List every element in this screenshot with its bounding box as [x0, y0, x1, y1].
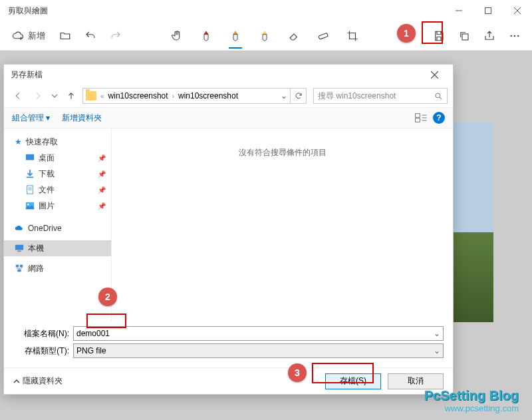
app-title: 剪取與繪圖: [8, 5, 444, 17]
ruler-button[interactable]: [311, 24, 335, 48]
svg-rect-7: [462, 34, 468, 40]
save-button[interactable]: [427, 24, 451, 48]
undo-icon: [84, 30, 96, 42]
undo-button[interactable]: [78, 24, 102, 48]
more-icon: [509, 30, 521, 42]
svg-rect-17: [26, 154, 34, 160]
crop-button[interactable]: [340, 24, 364, 48]
annotation-badge: 2: [98, 288, 117, 306]
save-confirm-button[interactable]: 存檔(S): [325, 373, 381, 389]
refresh-button[interactable]: [291, 88, 307, 104]
network-icon: [15, 264, 24, 273]
copy-button[interactable]: [452, 24, 476, 48]
file-list-area[interactable]: 沒有符合搜尋條件的項目: [112, 128, 453, 322]
svg-line-14: [440, 97, 442, 99]
dialog-title: 另存新檔: [11, 69, 422, 81]
sidebar-item-desktop[interactable]: 桌面📌: [4, 150, 111, 166]
sidebar-item-downloads[interactable]: 下載📌: [4, 166, 111, 182]
svg-point-9: [514, 35, 515, 36]
download-icon: [25, 169, 35, 178]
pin-icon: 📌: [98, 170, 106, 178]
minimize-button[interactable]: [444, 0, 473, 21]
pen-red-icon: [200, 30, 212, 42]
pin-icon: 📌: [98, 186, 106, 194]
nav-back-button[interactable]: [9, 87, 27, 105]
filetype-label: 存檔類型(T):: [13, 345, 69, 357]
sidebar-item-documents[interactable]: 文件📌: [4, 182, 111, 198]
annotation-badge: 3: [288, 363, 307, 382]
chevron-down-icon[interactable]: ⌄: [434, 329, 440, 338]
ballpoint-pen-button[interactable]: [194, 24, 218, 48]
path-segment[interactable]: win10screenshot: [178, 91, 238, 101]
sidebar-item-quick-access[interactable]: ★快速存取: [4, 134, 111, 150]
search-icon: [434, 92, 443, 101]
sidebar-item-onedrive[interactable]: OneDrive: [4, 220, 111, 236]
redo-icon: [110, 30, 122, 42]
svg-rect-27: [17, 270, 21, 272]
nav-up-button[interactable]: [63, 87, 80, 105]
nav-recent-button[interactable]: [49, 87, 60, 105]
redo-button[interactable]: [104, 24, 128, 48]
svg-rect-16: [415, 118, 420, 122]
svg-point-22: [27, 204, 29, 206]
sidebar-item-pictures[interactable]: 圖片📌: [4, 198, 111, 214]
new-folder-button[interactable]: 新增資料夾: [62, 112, 102, 124]
filename-input[interactable]: demo001⌄: [73, 326, 444, 341]
chevron-down-icon[interactable]: ⌄: [434, 346, 440, 355]
empty-message: 沒有符合搜尋條件的項目: [239, 147, 327, 158]
close-button[interactable]: [503, 0, 532, 21]
nav-sidebar: ★快速存取 桌面📌 下載📌 文件📌 圖片📌 OneDrive 本機 網路: [4, 128, 112, 322]
highlighter-icon: [259, 30, 271, 42]
sidebar-item-thispc[interactable]: 本機: [4, 240, 111, 256]
pen-orange-icon: [229, 30, 241, 42]
pencil-button[interactable]: [223, 24, 247, 48]
address-bar[interactable]: « win10screenshot › win10screenshot ⌄: [82, 88, 291, 104]
svg-rect-24: [17, 251, 21, 252]
svg-rect-26: [20, 265, 23, 268]
close-icon: [431, 71, 438, 79]
chevron-down-icon[interactable]: ⌄: [281, 91, 287, 101]
save-dialog: 另存新檔 « win10screenshot › win10screenshot…: [3, 64, 454, 395]
svg-point-10: [517, 35, 519, 36]
picture-icon: [25, 201, 35, 210]
folder-icon: [86, 91, 96, 101]
filename-label: 檔案名稱(N):: [13, 328, 69, 339]
svg-point-13: [436, 93, 440, 98]
dialog-close-button[interactable]: [422, 65, 446, 85]
cloud-plus-icon: [12, 30, 24, 42]
watermark: PcSetting Blog www.pcsetting.com: [424, 388, 519, 413]
path-segment[interactable]: win10screenshot: [108, 91, 168, 101]
pin-icon: 📌: [98, 154, 106, 162]
hide-folders-toggle[interactable]: 隱藏資料夾: [13, 375, 63, 387]
eraser-button[interactable]: [282, 24, 306, 48]
folder-icon: [59, 30, 71, 42]
new-button[interactable]: 新增: [5, 24, 52, 48]
desktop-icon: [25, 153, 35, 162]
computer-icon: [15, 244, 24, 253]
more-button[interactable]: [503, 24, 527, 48]
filetype-select[interactable]: PNG file⌄: [73, 343, 444, 358]
svg-rect-25: [16, 265, 19, 268]
nav-forward-button[interactable]: [29, 87, 47, 105]
cancel-button[interactable]: 取消: [388, 373, 444, 389]
cloud-icon: [15, 224, 24, 233]
save-icon: [433, 30, 445, 42]
highlighter-button[interactable]: [253, 24, 277, 48]
touch-writing-button[interactable]: [165, 24, 189, 48]
help-button[interactable]: ?: [433, 112, 445, 124]
arrow-right-icon: [33, 91, 43, 101]
refresh-icon: [295, 92, 303, 100]
chevron-up-icon: [13, 378, 20, 385]
share-button[interactable]: [477, 24, 501, 48]
copy-icon: [458, 30, 470, 42]
star-icon: ★: [15, 137, 22, 146]
search-input[interactable]: 搜尋 win10screenshot: [313, 88, 448, 104]
svg-point-8: [511, 35, 512, 36]
open-button[interactable]: [53, 24, 77, 48]
organize-menu[interactable]: 組合管理 ▾: [12, 112, 50, 124]
svg-rect-6: [319, 33, 328, 39]
sidebar-item-network[interactable]: 網路: [4, 260, 111, 276]
maximize-button[interactable]: [473, 0, 503, 21]
svg-rect-1: [485, 8, 491, 14]
view-options-button[interactable]: [414, 113, 428, 122]
